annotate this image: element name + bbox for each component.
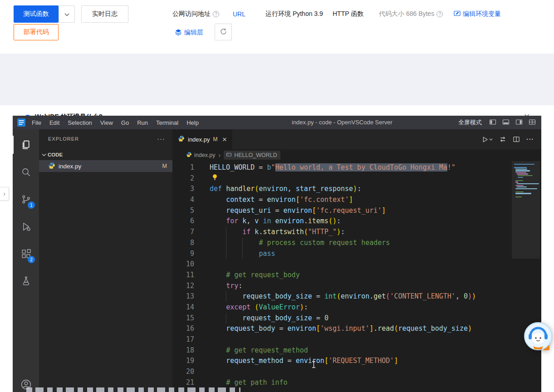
line-number: 17 — [172, 334, 194, 345]
menu-selection[interactable]: Selection — [64, 119, 96, 126]
realtime-logs-button[interactable]: 实时日志 — [81, 5, 128, 23]
titlebar: FileEditSelectionViewGoRunTerminalHelp i… — [13, 116, 541, 129]
explorer-icon[interactable] — [13, 131, 39, 158]
help-icon[interactable]: ? — [436, 11, 443, 17]
code-size-label: 代码大小 686 Bytes — [379, 10, 434, 18]
test-function-button[interactable]: 测试函数 — [14, 5, 59, 23]
menu-run[interactable]: Run — [133, 119, 152, 126]
menu-help[interactable]: Help — [182, 119, 203, 126]
python-file-icon — [178, 135, 185, 143]
toggle-secondary-sidebar-icon[interactable] — [515, 118, 523, 127]
chevron-down-icon — [64, 10, 69, 18]
minimap[interactable] — [512, 161, 540, 392]
code-line[interactable]: 2 — [172, 173, 541, 184]
editor-layout-icon[interactable] — [529, 118, 536, 127]
public-url-link[interactable]: URL — [233, 10, 245, 19]
code-editor[interactable]: 1HELLO_WORLD = b"Hello world, a Test by … — [172, 161, 541, 392]
help-icon[interactable]: ? — [213, 11, 219, 17]
menu-go[interactable]: Go — [117, 119, 133, 126]
file-item-indexpy[interactable]: index.py M — [39, 160, 172, 172]
code-line[interactable]: 12 try: — [172, 281, 541, 292]
text-cursor-pointer — [311, 361, 316, 370]
more-actions-icon[interactable]: ··· — [526, 136, 534, 143]
code-line[interactable]: 1HELLO_WORLD = b"Hello world, a Test by … — [172, 162, 541, 173]
tab-indexpy[interactable]: index.py M ✕ — [172, 129, 232, 149]
line-number: 1 — [172, 162, 194, 173]
git-modified-badge: M — [162, 163, 167, 169]
code-line[interactable]: 9 pass — [172, 249, 541, 260]
code-line[interactable]: 6 for k, v in environ.items(): — [172, 216, 541, 227]
menu-view[interactable]: View — [96, 119, 117, 126]
customer-service-chat-button[interactable] — [524, 322, 553, 354]
compare-changes-icon[interactable] — [499, 136, 506, 143]
public-url-label: 公网访问地址 — [172, 10, 211, 18]
line-number: 2 — [172, 173, 194, 184]
source-control-icon[interactable]: 1 — [13, 186, 39, 213]
more-actions-icon[interactable]: ··· — [157, 137, 165, 141]
code-section-header[interactable]: CODE — [39, 149, 172, 160]
extensions-icon[interactable]: 2 — [13, 240, 39, 267]
code-line[interactable]: 10 — [172, 259, 541, 270]
edit-env-vars-link[interactable]: 编辑环境变量 — [454, 10, 501, 19]
run-debug-icon[interactable] — [13, 213, 39, 240]
scm-badge: 1 — [28, 201, 35, 209]
testing-beaker-icon[interactable] — [13, 267, 39, 294]
menubar: FileEditSelectionViewGoRunTerminalHelp — [28, 119, 203, 126]
code-line[interactable]: 5 request_uri = environ['fc.request_uri'… — [172, 206, 541, 216]
menu-terminal[interactable]: Terminal — [152, 119, 182, 126]
code-lines: 1HELLO_WORLD = b"Hello world, a Test by … — [172, 162, 541, 388]
menu-file[interactable]: File — [28, 119, 45, 126]
code-line[interactable]: 17 — [172, 334, 541, 345]
edit-env-icon — [454, 10, 461, 18]
code-line[interactable]: 18 # get request_method — [172, 345, 541, 356]
refresh-button[interactable] — [215, 24, 232, 40]
code-line[interactable]: 20 — [172, 367, 541, 377]
line-number: 21 — [172, 377, 194, 388]
breadcrumb-symbol[interactable]: HELLO_WORLD — [224, 151, 280, 160]
line-number: 19 — [172, 356, 194, 367]
run-file-button[interactable] — [481, 136, 493, 143]
code-line[interactable]: 7 if k.startswith("HTTP_"): — [172, 227, 541, 238]
explorer-header: EXPLORER — [48, 136, 79, 142]
minimap-lines — [512, 161, 540, 197]
code-line[interactable]: 19 request_method = environ['REQUEST_MET… — [172, 356, 541, 367]
extensions-badge: 2 — [28, 256, 35, 263]
breadcrumb-file[interactable]: index.py — [186, 152, 216, 159]
toggle-sidebar-icon[interactable] — [489, 118, 496, 127]
line-number: 18 — [172, 345, 194, 356]
edit-layer-link[interactable]: 编辑层 — [175, 28, 203, 37]
git-modified-badge: M — [213, 136, 217, 142]
menu-edit[interactable]: Edit — [45, 119, 64, 126]
fullscreen-label[interactable]: 全屏模式 — [458, 118, 482, 127]
code-line[interactable]: 15 request_body_size = 0 — [172, 313, 541, 324]
layers-icon — [175, 29, 182, 37]
code-line[interactable]: 11 # get request_body — [172, 270, 541, 281]
split-editor-icon[interactable] — [513, 136, 520, 143]
line-number: 9 — [172, 249, 194, 260]
code-line[interactable]: 13 request_body_size = int(environ.get('… — [172, 291, 541, 302]
code-line[interactable]: 14 except (ValueError): — [172, 302, 541, 313]
close-tab-icon[interactable]: ✕ — [222, 136, 227, 143]
line-number: 3 — [172, 184, 194, 195]
line-number: 11 — [172, 270, 194, 281]
code-line[interactable]: 16 request_body = environ['wsgi.input'].… — [172, 323, 541, 334]
refresh-icon — [220, 28, 227, 37]
clipped-footer-text — [26, 387, 240, 392]
code-line[interactable]: 21 # get path info — [172, 377, 541, 388]
runtime-label: 运行环境 Python 3.9 — [265, 10, 323, 19]
editor-group: index.py M ✕ ··· — [172, 129, 541, 392]
search-icon[interactable] — [13, 158, 39, 186]
code-line[interactable]: 8 # process custom request headers — [172, 238, 541, 249]
code-line[interactable]: 4 context = environ['fc.context'] — [172, 195, 541, 206]
test-function-dropdown[interactable] — [59, 5, 75, 23]
line-number: 7 — [172, 227, 194, 238]
lightbulb-icon[interactable] — [211, 174, 218, 182]
line-number: 10 — [172, 259, 194, 270]
code-line[interactable]: 3def handler(environ, start_response): — [172, 184, 541, 195]
toggle-panel-icon[interactable] — [502, 118, 510, 127]
symbol-field-icon — [226, 152, 232, 159]
deploy-code-button[interactable]: 部署代码 — [14, 24, 59, 40]
vscode-logo-icon — [17, 118, 25, 127]
expand-panel-button[interactable]: › — [0, 187, 9, 201]
line-number: 12 — [172, 281, 194, 292]
